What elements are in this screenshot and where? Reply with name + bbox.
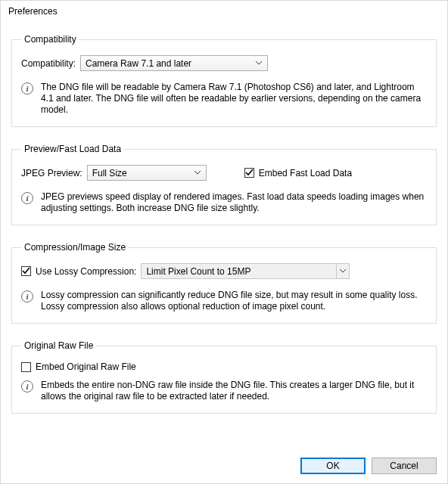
info-icon: i: [21, 380, 33, 392]
group-compatibility-legend: Compatibility: [21, 34, 79, 45]
compatibility-select-value: Camera Raw 7.1 and later: [86, 58, 191, 69]
embed-original-checkbox[interactable]: Embed Original Raw File: [21, 361, 136, 372]
preferences-window: Preferences Compatibility Compatibility:…: [0, 0, 448, 484]
use-lossy-label: Use Lossy Compression:: [36, 266, 136, 277]
chevron-down-icon: [192, 171, 203, 175]
group-compression-legend: Compression/Image Size: [21, 242, 129, 253]
compatibility-label: Compatibility:: [21, 58, 76, 69]
use-lossy-checkbox[interactable]: Use Lossy Compression:: [21, 266, 136, 277]
ok-button[interactable]: OK: [300, 458, 366, 474]
lossy-limit-select-value: Limit Pixel Count to 15MP: [146, 266, 250, 277]
content-area: Compatibility Compatibility: Camera Raw …: [1, 22, 447, 458]
lossy-limit-select[interactable]: Limit Pixel Count to 15MP: [141, 263, 350, 279]
checkmark-icon: [22, 267, 30, 275]
group-compression: Compression/Image Size Use Lossy Compres…: [11, 242, 437, 324]
info-icon: i: [21, 82, 33, 95]
group-original: Original Raw File Embed Original Raw Fil…: [11, 340, 437, 414]
embed-original-label: Embed Original Raw File: [36, 361, 136, 372]
compatibility-select[interactable]: Camera Raw 7.1 and later: [80, 55, 268, 71]
jpeg-preview-label: JPEG Preview:: [21, 168, 82, 178]
preview-info: JPEG previews speed display of rendered …: [41, 191, 427, 214]
window-title: Preferences: [8, 6, 58, 17]
original-info: Embeds the entire non-DNG raw file insid…: [41, 380, 427, 402]
jpeg-preview-select-value: Full Size: [92, 168, 127, 178]
titlebar: Preferences: [1, 1, 447, 22]
group-preview: Preview/Fast Load Data JPEG Preview: Ful…: [11, 144, 437, 225]
checkmark-icon: [245, 169, 254, 177]
jpeg-preview-select[interactable]: Full Size: [87, 165, 207, 181]
info-icon: i: [21, 290, 33, 302]
chevron-down-icon: [336, 264, 349, 278]
group-preview-legend: Preview/Fast Load Data: [21, 144, 124, 154]
compatibility-info: The DNG file will be readable by Camera …: [41, 82, 427, 116]
cancel-button[interactable]: Cancel: [372, 458, 437, 474]
embed-fast-load-label: Embed Fast Load Data: [259, 168, 352, 178]
chevron-down-icon: [254, 61, 264, 65]
group-original-legend: Original Raw File: [21, 340, 96, 351]
group-compatibility: Compatibility Compatibility: Camera Raw …: [11, 34, 437, 127]
compression-info: Lossy compression can significantly redu…: [41, 290, 427, 312]
info-icon: i: [21, 192, 33, 204]
embed-fast-load-checkbox[interactable]: Embed Fast Load Data: [244, 168, 352, 178]
dialog-buttons: OK Cancel: [1, 458, 447, 483]
